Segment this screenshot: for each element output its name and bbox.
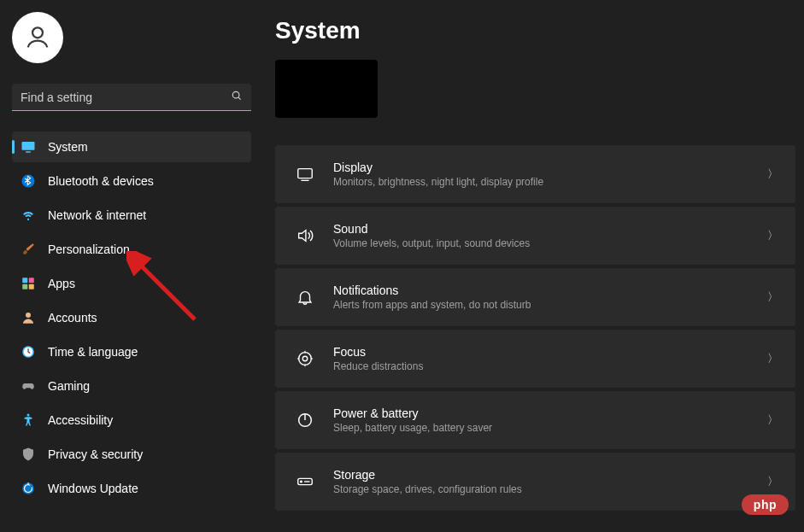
card-title: Sound xyxy=(333,222,767,236)
card-text: Focus Reduce distractions xyxy=(333,345,767,372)
brush-icon xyxy=(21,242,36,257)
chevron-right-icon: 〉 xyxy=(767,167,778,182)
card-text: Power & battery Sleep, battery usage, ba… xyxy=(333,406,767,434)
sidebar-item-label: Network & internet xyxy=(48,208,146,222)
wifi-icon xyxy=(21,208,36,223)
search-input[interactable] xyxy=(21,91,231,104)
sidebar-item-privacy[interactable]: Privacy & security xyxy=(12,439,251,470)
svg-rect-8 xyxy=(22,284,27,289)
svg-point-0 xyxy=(32,27,43,38)
svg-rect-9 xyxy=(29,284,34,289)
sidebar-item-label: Personalization xyxy=(48,243,130,256)
chevron-right-icon: 〉 xyxy=(767,289,778,305)
card-text: Notifications Alerts from apps and syste… xyxy=(333,284,767,311)
card-storage[interactable]: Storage Storage space, drives, configura… xyxy=(275,453,795,511)
card-sub: Sleep, battery usage, battery saver xyxy=(333,422,767,434)
card-notifications[interactable]: Notifications Alerts from apps and syste… xyxy=(275,268,795,326)
gaming-icon xyxy=(21,378,36,394)
svg-point-13 xyxy=(27,414,30,417)
sidebar-item-network[interactable]: Network & internet xyxy=(12,200,251,231)
sound-icon xyxy=(294,225,316,247)
sidebar: System Bluetooth & devices Network & int… xyxy=(0,0,263,532)
card-sound[interactable]: Sound Volume levels, output, input, soun… xyxy=(275,207,795,265)
sidebar-item-apps[interactable]: Apps xyxy=(12,268,251,299)
settings-card-list: Display Monitors, brightness, night ligh… xyxy=(275,145,795,511)
accessibility-icon xyxy=(21,412,36,428)
card-sub: Monitors, brightness, night light, displ… xyxy=(333,176,767,188)
display-icon xyxy=(294,163,316,185)
card-title: Focus xyxy=(333,345,767,359)
chevron-right-icon: 〉 xyxy=(767,228,778,243)
card-sub: Reduce distractions xyxy=(333,360,767,372)
bluetooth-icon xyxy=(21,173,36,189)
card-sub: Alerts from apps and system, do not dist… xyxy=(333,299,767,311)
watermark: php xyxy=(742,494,789,515)
svg-point-17 xyxy=(299,353,312,365)
avatar xyxy=(12,12,63,63)
svg-point-22 xyxy=(301,481,302,482)
sidebar-item-label: Bluetooth & devices xyxy=(48,174,154,188)
clock-icon xyxy=(21,344,36,360)
svg-rect-6 xyxy=(22,278,27,283)
card-text: Display Monitors, brightness, night ligh… xyxy=(333,161,767,188)
sidebar-item-label: Gaming xyxy=(48,379,90,393)
svg-point-1 xyxy=(232,91,239,98)
sidebar-item-gaming[interactable]: Gaming xyxy=(12,371,251,401)
svg-point-10 xyxy=(26,313,31,318)
apps-icon xyxy=(21,276,36,291)
sidebar-item-label: Apps xyxy=(48,277,75,290)
svg-line-2 xyxy=(238,97,241,100)
main-content: System Display Monitors, brightness, nig… xyxy=(263,0,804,532)
account-row[interactable] xyxy=(12,12,251,63)
power-icon xyxy=(294,409,316,431)
chevron-right-icon: 〉 xyxy=(767,351,778,366)
person-icon xyxy=(23,23,52,52)
storage-icon xyxy=(294,471,316,493)
chevron-right-icon: 〉 xyxy=(767,412,778,428)
sidebar-item-label: Windows Update xyxy=(48,482,138,495)
desktop-preview[interactable] xyxy=(275,60,378,118)
sidebar-item-accessibility[interactable]: Accessibility xyxy=(12,405,251,436)
sidebar-item-label: System xyxy=(48,140,88,154)
nav-list: System Bluetooth & devices Network & int… xyxy=(12,132,251,504)
chevron-right-icon: 〉 xyxy=(767,474,778,489)
svg-rect-15 xyxy=(298,169,313,178)
sidebar-item-bluetooth[interactable]: Bluetooth & devices xyxy=(12,166,251,196)
svg-point-18 xyxy=(302,356,308,361)
card-text: Storage Storage space, drives, configura… xyxy=(333,468,767,495)
card-title: Power & battery xyxy=(333,406,767,420)
search-box[interactable] xyxy=(12,84,251,111)
accounts-icon xyxy=(21,310,36,325)
card-title: Storage xyxy=(333,468,767,482)
card-text: Sound Volume levels, output, input, soun… xyxy=(333,222,767,249)
card-display[interactable]: Display Monitors, brightness, night ligh… xyxy=(275,145,795,203)
card-power[interactable]: Power & battery Sleep, battery usage, ba… xyxy=(275,391,795,449)
sidebar-item-label: Accounts xyxy=(48,311,97,324)
svg-rect-3 xyxy=(22,142,35,150)
bell-icon xyxy=(294,286,316,308)
search-icon xyxy=(231,90,243,104)
svg-rect-4 xyxy=(26,151,31,153)
sidebar-item-update[interactable]: Windows Update xyxy=(12,473,251,504)
sidebar-item-personalization[interactable]: Personalization xyxy=(12,234,251,265)
sidebar-item-accounts[interactable]: Accounts xyxy=(12,302,251,333)
svg-rect-7 xyxy=(29,278,34,283)
card-title: Display xyxy=(333,161,767,174)
sidebar-item-time[interactable]: Time & language xyxy=(12,336,251,367)
sidebar-item-label: Privacy & security xyxy=(48,447,143,461)
shield-icon xyxy=(21,447,36,462)
update-icon xyxy=(21,481,36,496)
sidebar-item-label: Time & language xyxy=(48,345,138,359)
sidebar-item-label: Accessibility xyxy=(48,413,113,427)
card-sub: Storage space, drives, configuration rul… xyxy=(333,483,767,495)
monitor-icon xyxy=(21,139,36,155)
focus-icon xyxy=(294,348,316,370)
page-title: System xyxy=(275,17,795,44)
sidebar-item-system[interactable]: System xyxy=(12,132,251,162)
card-sub: Volume levels, output, input, sound devi… xyxy=(333,237,767,249)
card-title: Notifications xyxy=(333,284,767,297)
card-focus[interactable]: Focus Reduce distractions 〉 xyxy=(275,330,795,388)
